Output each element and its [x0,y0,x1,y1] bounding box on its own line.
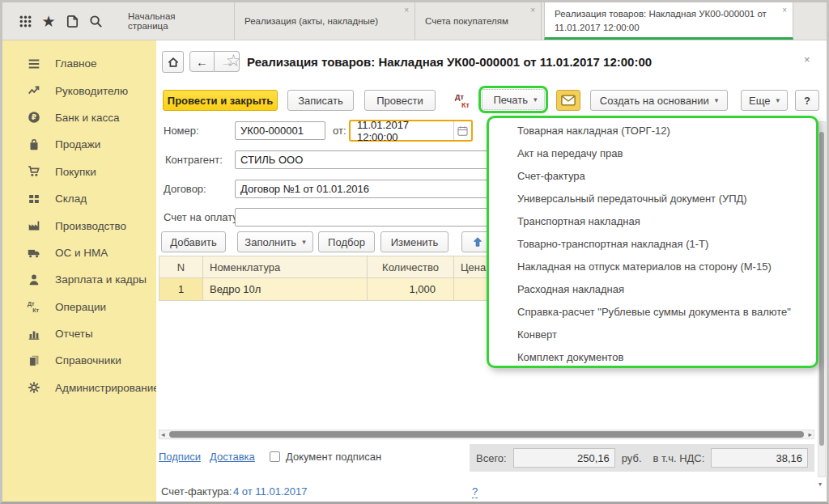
send-email-button[interactable] [556,90,580,111]
date-value: 11.01.2017 12:00:00 [351,119,453,143]
debit-credit-icon: ДтКт [454,91,472,109]
chevron-down-icon: ▾ [302,238,306,246]
tab-customer-invoices[interactable]: Счета покупателям × [415,2,542,40]
col-header-nomenclature[interactable]: Номенклатура [203,256,368,277]
menu-item-torg12[interactable]: Товарная накладная (ТОРГ-12) [489,120,816,142]
top-tab-bar: ★ Начальная страница Реализация (акты, н… [2,2,827,40]
envelope-icon [561,95,576,106]
menu-item-invoice[interactable]: Счет-фактура [489,165,816,188]
print-button-highlight: Печать ▾ [478,86,548,113]
menu-item-document-set[interactable]: Комплект документов [489,346,816,369]
back-button[interactable]: ← [189,51,215,72]
horizontal-scroll-thumb[interactable] [169,431,805,438]
tab-close-icon[interactable]: × [530,6,535,15]
sidebar-item-operations[interactable]: ДтКт Операции [2,294,156,320]
sidebar-item-label: Отчеты [55,328,93,340]
totals-panel: Всего: 250,16 руб. в т.ч. НДС: 38,16 [470,444,814,472]
delivery-link[interactable]: Доставка [210,451,255,463]
sidebar-item-purchases[interactable]: Покупки [2,159,156,185]
pick-button[interactable]: Подбор [318,231,375,252]
button-label: Заполнить [244,236,296,248]
edit-button[interactable]: Изменить [380,231,449,252]
factory-icon [27,218,41,233]
create-based-on-button[interactable]: Создать на основании▾ [590,90,728,111]
menu-item-upd[interactable]: Универсальный передаточный документ (УПД… [489,188,816,210]
menu-item-expense-waybill[interactable]: Расходная накладная [489,278,816,301]
currency-label: руб. [622,452,642,464]
total-value-field: 250,16 [513,448,615,468]
button-label: ? [804,95,810,107]
date-input[interactable]: 11.01.2017 12:00:00 [349,120,473,142]
sidebar-item-label: Операции [55,301,106,313]
menu-item-m15[interactable]: Накладная на отпуск материалов на сторон… [489,256,816,278]
favorites-star-icon[interactable]: ★ [40,12,57,30]
menu-item-transport-waybill[interactable]: Транспортная накладная [489,210,816,233]
sidebar-item-fixed-assets[interactable]: ОС и НМА [2,239,156,266]
fill-button[interactable]: Заполнить▾ [237,231,313,252]
col-header-n[interactable]: N [159,256,203,277]
sidebar-item-payroll-hr[interactable]: Зарплата и кадры [2,266,156,293]
home-button[interactable] [162,51,184,73]
tab-close-icon[interactable]: × [782,6,787,15]
post-button[interactable]: Провести [364,90,436,111]
debit-credit-icon: ДтКт [27,299,41,314]
number-input[interactable]: УК00-000001 [235,121,325,140]
contractor-label: Контрагент: [165,154,223,166]
invoice-link[interactable]: 4 от 11.01.2017 [233,485,307,498]
print-button[interactable]: Печать ▾ [482,89,545,110]
close-form-icon[interactable]: × [804,53,810,66]
menu-item-ruble-amounts[interactable]: Справка-расчет "Рублевые суммы документа… [489,301,816,324]
col-header-quantity[interactable]: Количество [368,256,454,277]
apps-menu-icon[interactable] [16,12,34,30]
save-button[interactable]: Записать [287,90,354,111]
sidebar-item-label: Справочники [55,354,121,366]
document-signed-checkbox[interactable] [270,451,280,462]
sidebar-item-manager[interactable]: Руководителю [2,77,156,104]
sidebar-item-label: Производство [55,220,126,232]
menu-item-transfer-act[interactable]: Акт на передачу прав [489,142,816,165]
payment-invoice-label: Счет на оплату: [164,211,240,223]
show-postings-button[interactable]: ДтКт [451,90,475,111]
vertical-scroll-thumb[interactable] [819,132,824,446]
sidebar-item-directories[interactable]: Справочники [2,347,156,374]
svg-text:₽: ₽ [32,114,36,122]
sidebar-item-sales[interactable]: Продажи [2,131,156,158]
quick-toolbar: ★ [2,2,118,40]
menu-item-envelope[interactable]: Конверт [489,324,816,346]
cell-quantity[interactable]: 1,000 [368,278,454,300]
tab-realization-document[interactable]: Реализация товаров: Накладная УК00-00000… [544,2,793,40]
date-label: от: [333,125,346,137]
vertical-scrollbar[interactable]: ▾ [818,121,826,477]
sidebar-item-reports[interactable]: Отчеты [2,320,156,347]
document-signed-label: Документ подписан [286,451,381,463]
menu-lines-icon [27,57,41,71]
sidebar-item-main[interactable]: Главное [2,50,156,77]
cell-n[interactable]: 1 [159,278,203,300]
sidebar-item-bank-cash[interactable]: ₽ Банк и касса [2,104,156,131]
invoice-help-link[interactable]: ? [472,485,478,498]
menu-item-1t[interactable]: Товарно-транспортная накладная (1-Т) [489,233,816,256]
scroll-down-icon[interactable]: ▾ [818,481,822,488]
button-label: Подбор [328,236,365,248]
scroll-left-icon[interactable]: ◂ [159,430,167,438]
sidebar-item-warehouse[interactable]: Склад [2,185,156,212]
tab-realization-list[interactable]: Реализация (акты, накладные) × [235,2,415,40]
tab-home[interactable]: Начальная страница [118,2,235,40]
print-dropdown-menu: Товарная накладная (ТОРГ-12) Акт на пере… [487,116,818,368]
chevron-down-icon: ▾ [776,96,780,104]
sidebar-item-administration[interactable]: Администрирование [2,375,156,401]
add-row-button[interactable]: Добавить [161,231,226,252]
scroll-right-icon[interactable]: ▸ [806,430,814,438]
search-icon[interactable] [87,12,104,30]
post-and-close-button[interactable]: Провести и закрыть [163,90,278,111]
cell-nomenclature[interactable]: Ведро 10л [203,278,368,300]
tab-close-icon[interactable]: × [404,6,409,15]
more-button[interactable]: Еще▾ [741,90,788,111]
calendar-icon[interactable] [453,121,471,140]
horizontal-scrollbar[interactable]: ◂ ▸ [159,430,814,439]
signatures-link[interactable]: Подписи [159,451,201,463]
favorite-star-icon[interactable]: ☆ [226,51,241,70]
history-icon[interactable] [63,12,81,30]
sidebar-item-production[interactable]: Производство [2,212,156,239]
help-button[interactable]: ? [795,90,819,111]
